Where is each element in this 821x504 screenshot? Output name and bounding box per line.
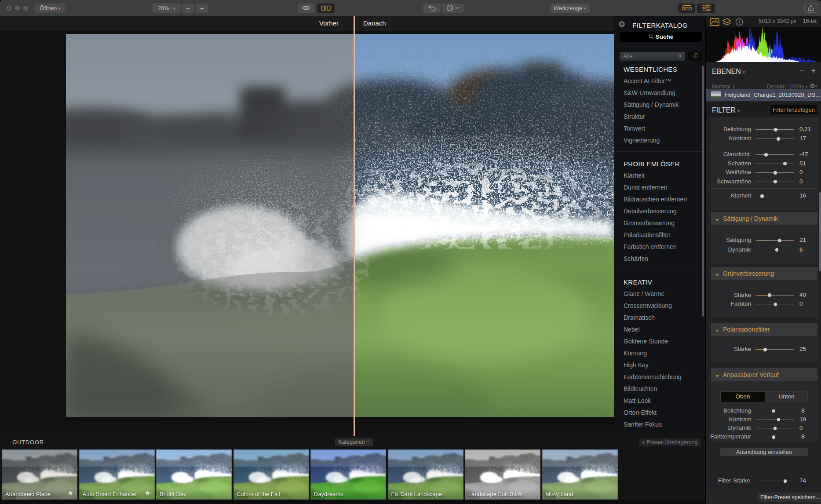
svg-text:i: i [739, 19, 740, 25]
